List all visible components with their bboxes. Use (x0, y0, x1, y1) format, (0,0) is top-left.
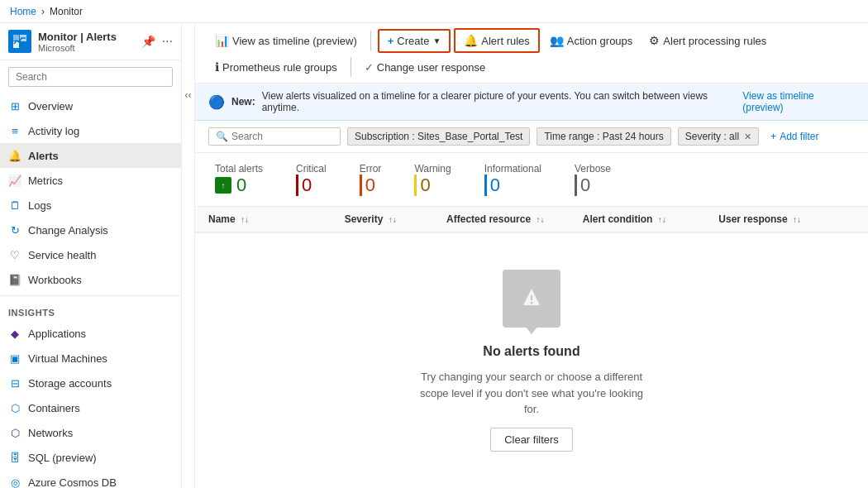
empty-state-description: Try changing your search or choose a dif… (416, 369, 647, 418)
filter-search-input[interactable] (231, 131, 331, 142)
verbose-label: Verbose (575, 163, 611, 175)
informational-count-value: 0 (484, 175, 500, 196)
check-icon: ✓ (365, 61, 374, 74)
plus-icon: + (388, 35, 394, 47)
banner-new-label: New: (231, 96, 255, 108)
toolbar-divider-2 (351, 57, 351, 77)
add-filter-button[interactable]: + Add filter (765, 128, 823, 145)
col-resource-sort-icon: ↑↓ (536, 215, 544, 224)
svg-rect-2 (13, 35, 19, 41)
home-link[interactable]: Home (10, 6, 36, 17)
subscription-filter[interactable]: Subscription : Sites_Base_Portal_Test (347, 127, 530, 146)
table-header: Name ↑↓ Severity ↑↓ Affected resource ↑↓… (195, 207, 868, 233)
sidebar-item-label: Metrics (28, 175, 63, 187)
sidebar-item-change-analysis[interactable]: ↻ Change Analysis (0, 218, 181, 242)
alerts-icon: 🔔 (8, 149, 21, 162)
banner-message: View alerts visualized on a timeline for… (262, 90, 737, 113)
sidebar-item-activity-log[interactable]: ≡ Activity log (0, 118, 181, 143)
critical-label: Critical (296, 163, 327, 175)
warning-item: Warning 0 (414, 163, 451, 196)
sidebar-item-label: Service health (28, 249, 96, 261)
empty-state-icon (503, 270, 560, 328)
logs-icon: 🗒 (8, 199, 21, 212)
app-logo (8, 30, 31, 53)
sidebar-item-sql[interactable]: 🗄 SQL (preview) (0, 445, 181, 470)
total-icon: ↑ (215, 177, 231, 194)
col-header-response[interactable]: User response ↑↓ (718, 213, 855, 225)
subscription-label: Subscription : Sites_Base_Portal_Test (355, 131, 522, 142)
sidebar-item-service-health[interactable]: ♡ Service health (0, 242, 181, 267)
error-item: Error 0 (360, 163, 382, 196)
col-header-condition[interactable]: Alert condition ↑↓ (583, 213, 719, 225)
severity-filter[interactable]: Severity : all ✕ (678, 127, 759, 146)
sidebar-item-applications[interactable]: ◆ Applications (0, 321, 181, 346)
sidebar-collapse-toggle[interactable]: ‹‹ (182, 23, 195, 488)
view-timeline-button[interactable]: 📊 View as timeline (preview) (208, 30, 364, 51)
sidebar-item-networks[interactable]: ⬡ Networks (0, 420, 181, 445)
col-response-sort-icon: ↑↓ (793, 215, 801, 224)
error-label: Error (360, 163, 382, 175)
sidebar-item-label: Azure Cosmos DB (28, 476, 117, 489)
prometheus-button[interactable]: ℹ Prometheus rule groups (208, 56, 344, 78)
health-icon: ♡ (8, 248, 21, 261)
processing-icon: ⚙ (649, 34, 660, 47)
sidebar-item-storage-accounts[interactable]: ⊟ Storage accounts (0, 371, 181, 395)
sidebar-item-metrics[interactable]: 📈 Metrics (0, 168, 181, 193)
sidebar-item-workbooks[interactable]: 📓 Workbooks (0, 267, 181, 292)
pin-icon[interactable]: 📌 (141, 35, 155, 48)
empty-state: No alerts found Try changing your search… (195, 233, 868, 488)
breadcrumb-separator: › (41, 6, 45, 17)
total-alerts-item: Total alerts ↑ 0 (215, 163, 263, 196)
storage-icon: ⊟ (8, 376, 21, 390)
sidebar-title: Monitor | Alerts (38, 31, 117, 43)
filter-search-container: 🔍 (208, 127, 341, 146)
banner-link[interactable]: View as timeline (preview) (742, 90, 855, 113)
create-button[interactable]: + Create ▼ (378, 29, 451, 53)
more-icon[interactable]: ··· (162, 34, 173, 49)
severity-clear-icon[interactable]: ✕ (744, 132, 751, 142)
sidebar-item-label: Alerts (28, 150, 59, 162)
info-banner: 🔵 New: View alerts visualized on a timel… (195, 84, 868, 121)
sidebar-search-input[interactable] (8, 67, 173, 87)
activity-log-icon: ≡ (8, 124, 21, 137)
alert-processing-button[interactable]: ⚙ Alert processing rules (642, 30, 773, 51)
network-icon: ⬡ (8, 426, 21, 439)
action-groups-label: Action groups (567, 35, 633, 47)
col-header-severity[interactable]: Severity ↑↓ (345, 213, 446, 225)
alert-rules-icon: 🔔 (464, 34, 478, 47)
sidebar-item-label: Workbooks (28, 274, 82, 286)
sidebar-item-containers[interactable]: ⬡ Containers (0, 395, 181, 420)
change-icon: ↻ (8, 223, 21, 237)
critical-item: Critical 0 (296, 163, 327, 196)
clear-filters-button[interactable]: Clear filters (490, 428, 573, 452)
info-icon: 🔵 (208, 94, 225, 110)
sidebar-item-label: Virtual Machines (28, 352, 107, 365)
current-page: Monitor (50, 6, 83, 17)
svg-point-4 (531, 302, 533, 304)
sidebar-item-label: Applications (28, 328, 86, 340)
sidebar-item-label: Overview (28, 100, 73, 112)
breadcrumb: Home › Monitor (0, 0, 868, 23)
summary-row: Total alerts ↑ 0 Critical 0 Error 0 Warn (195, 153, 868, 207)
alert-rules-button[interactable]: 🔔 Alert rules (454, 28, 540, 53)
sidebar-item-label: Logs (28, 199, 51, 212)
error-count: 0 (360, 175, 382, 196)
time-range-filter[interactable]: Time range : Past 24 hours (537, 127, 670, 146)
informational-count: 0 (484, 175, 541, 196)
prometheus-icon: ℹ (215, 60, 219, 74)
sidebar: Monitor | Alerts Microsoft 📌 ··· ⊞ Overv… (0, 23, 182, 488)
change-user-button[interactable]: ✓ Change user response (358, 57, 493, 78)
sidebar-item-alerts[interactable]: 🔔 Alerts (0, 143, 181, 168)
sidebar-item-virtual-machines[interactable]: ▣ Virtual Machines (0, 346, 181, 371)
action-groups-button[interactable]: 👥 Action groups (543, 30, 640, 51)
sidebar-item-logs[interactable]: 🗒 Logs (0, 193, 181, 218)
sidebar-item-cosmos[interactable]: ◎ Azure Cosmos DB (0, 470, 181, 488)
sidebar-search-container (0, 60, 181, 93)
warning-count: 0 (414, 175, 451, 196)
col-header-name[interactable]: Name ↑↓ (208, 213, 345, 225)
informational-item: Informational 0 (484, 163, 541, 196)
sidebar-item-overview[interactable]: ⊞ Overview (0, 93, 181, 118)
col-header-resource[interactable]: Affected resource ↑↓ (446, 213, 583, 225)
sidebar-item-label: Containers (28, 402, 80, 414)
sidebar-item-label: Activity log (28, 125, 79, 137)
